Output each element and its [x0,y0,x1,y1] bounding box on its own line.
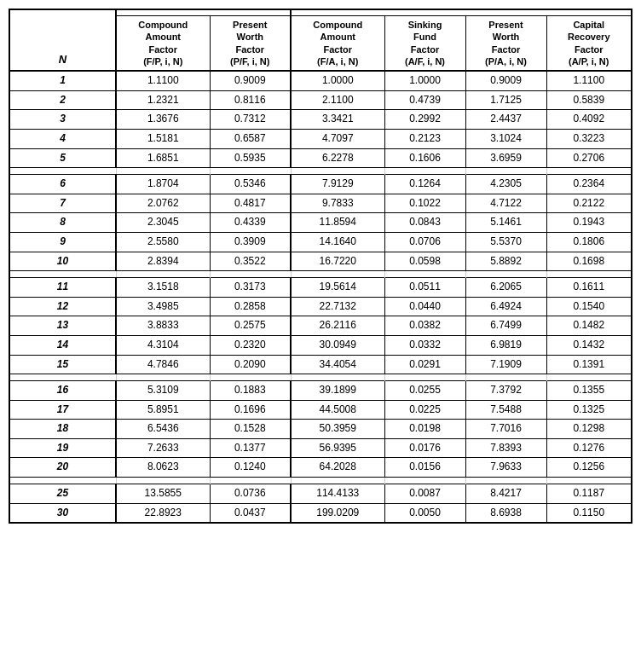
data-cell: 0.2364 [546,175,632,194]
data-cell: 0.1391 [546,355,632,374]
data-cell: 0.2123 [384,129,465,148]
data-cell: 13.5855 [116,484,210,504]
data-cell: 1.2321 [116,90,210,110]
data-cell: 39.1899 [291,381,384,401]
data-cell: 0.2122 [546,194,632,213]
data-cell: 1.3676 [116,110,210,130]
data-cell: 0.0156 [384,458,465,478]
data-cell: 0.1355 [546,381,632,401]
data-cell: 0.2992 [384,110,465,130]
table-row: 123.49850.285822.71320.04406.49240.1540 [9,297,632,316]
n-cell: 10 [9,252,116,271]
data-cell: 8.6938 [465,503,546,523]
data-cell: 0.5346 [210,175,291,194]
data-cell: 0.1528 [210,420,291,439]
data-cell: 14.1640 [291,232,384,252]
data-cell: 0.1806 [546,232,632,252]
table-row: 186.54360.152850.39590.01987.70160.1298 [9,420,632,439]
data-cell: 0.9009 [465,71,546,90]
table-row: 154.78460.209034.40540.02917.19090.1391 [9,355,632,374]
data-cell: 1.5181 [116,129,210,148]
separator-row [9,374,632,381]
data-cell: 0.4092 [546,110,632,130]
data-cell: 1.1100 [546,71,632,90]
data-cell: 56.9395 [291,438,384,458]
data-cell: 1.0000 [291,71,384,90]
table-row: 208.06230.124064.20280.01567.96330.1256 [9,458,632,478]
data-cell: 6.2278 [291,148,384,168]
data-cell: 44.5008 [291,400,384,420]
data-cell: 0.1611 [546,278,632,298]
col-capital-recovery: CapitalRecoveryFactor(A/P, i, N) [546,16,632,72]
data-cell: 0.1698 [546,252,632,271]
col-sinking-fund: SinkingFundFactor(A/F, i, N) [384,16,465,72]
data-cell: 1.0000 [384,71,465,90]
data-cell: 4.7122 [465,194,546,213]
data-cell: 2.8394 [116,252,210,271]
data-cell: 0.0706 [384,232,465,252]
data-cell: 1.8704 [116,175,210,194]
data-cell: 64.2028 [291,458,384,478]
data-cell: 0.0843 [384,213,465,233]
data-cell: 16.7220 [291,252,384,271]
data-cell: 4.7097 [291,129,384,148]
data-cell: 0.1606 [384,148,465,168]
data-cell: 6.5436 [116,420,210,439]
table-row: 197.26330.137756.93950.01767.83930.1276 [9,438,632,458]
data-cell: 0.6587 [210,129,291,148]
col-present-worth-ep: PresentWorthFactor(P/A, i, N) [465,16,546,72]
data-cell: 7.5488 [465,400,546,420]
data-cell: 8.4217 [465,484,546,504]
data-cell: 0.0176 [384,438,465,458]
table-body: 11.11000.90091.00001.00000.90091.110021.… [9,71,632,523]
data-cell: 0.0382 [384,316,465,336]
col-compound-amount: CompoundAmountFactor(F/P, i, N) [116,16,210,72]
data-cell: 2.5580 [116,232,210,252]
data-cell: 6.7499 [465,316,546,336]
data-cell: 0.1264 [384,175,465,194]
data-cell: 6.9819 [465,335,546,355]
data-cell: 0.0198 [384,420,465,439]
data-cell: 3.6959 [465,148,546,168]
data-cell: 4.3104 [116,335,210,355]
data-cell: 0.1482 [546,316,632,336]
data-cell: 0.2575 [210,316,291,336]
data-cell: 7.9129 [291,175,384,194]
data-cell: 0.1150 [546,503,632,523]
data-cell: 0.2320 [210,335,291,355]
data-cell: 2.3045 [116,213,210,233]
data-cell: 0.1187 [546,484,632,504]
data-cell: 9.7833 [291,194,384,213]
data-cell: 2.4437 [465,110,546,130]
n-cell: 8 [9,213,116,233]
data-cell: 6.4924 [465,297,546,316]
data-cell: 4.2305 [465,175,546,194]
data-cell: 22.7132 [291,297,384,316]
n-cell: 20 [9,458,116,478]
col-eq-compound-amount: CompoundAmountFactor(F/A, i, N) [291,16,384,72]
data-cell: 0.2090 [210,355,291,374]
data-cell: 0.3223 [546,129,632,148]
table-row: 82.30450.433911.85940.08435.14610.1943 [9,213,632,233]
table-row: 102.83940.352216.72200.05985.88920.1698 [9,252,632,271]
data-cell: 0.1240 [210,458,291,478]
data-cell: 3.3421 [291,110,384,130]
n-header: N [9,9,116,71]
n-cell: 25 [9,484,116,504]
table-wrapper: N CompoundAmountFactor(F/P, i, N) Presen… [9,9,632,524]
data-cell: 4.7846 [116,355,210,374]
n-cell: 18 [9,420,116,439]
data-cell: 0.1943 [546,213,632,233]
n-cell: 6 [9,175,116,194]
data-cell: 0.4817 [210,194,291,213]
data-cell: 199.0209 [291,503,384,523]
n-cell: 5 [9,148,116,168]
equal-payment-header [291,9,632,16]
n-cell: 1 [9,71,116,90]
data-cell: 0.3173 [210,278,291,298]
data-cell: 0.2706 [546,148,632,168]
group-header-row: N [9,9,632,16]
table-row: 113.15180.317319.56140.05116.20650.1611 [9,278,632,298]
data-cell: 6.2065 [465,278,546,298]
data-cell: 0.1256 [546,458,632,478]
